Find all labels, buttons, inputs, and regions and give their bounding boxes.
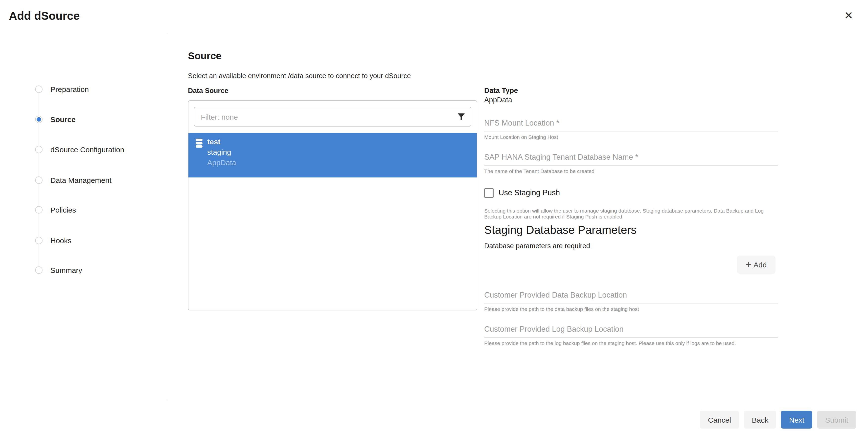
staging-db-params-subtext: Database parameters are required (484, 242, 590, 249)
nfs-mount-helper-text: Mount Location on Staging Host (484, 134, 558, 140)
data-source-listbox: test staging AppData (188, 100, 477, 310)
step-circle-icon (35, 206, 42, 213)
staging-push-note: Selecting this option will allow the use… (484, 208, 778, 220)
step-dsource-configuration[interactable]: dSource Configuration (35, 144, 124, 155)
step-summary[interactable]: Summary (35, 264, 82, 275)
step-circle-icon (35, 145, 42, 153)
input-underline (484, 131, 778, 132)
nfs-mount-location-input[interactable]: NFS Mount Location * (484, 119, 559, 128)
step-source[interactable]: Source (35, 114, 76, 125)
step-circle-active-icon (35, 115, 42, 123)
source-data-type: AppData (207, 157, 236, 168)
log-backup-helper-text: Please provide the path to the log backu… (484, 340, 736, 346)
back-button[interactable]: Back (744, 411, 776, 429)
use-staging-push-label: Use Staging Push (499, 188, 560, 197)
data-type-value: AppData (484, 96, 512, 104)
step-label: Hooks (51, 236, 71, 244)
wizard-steps-sidebar: Preparation Source dSource Configuration… (0, 33, 168, 401)
details-panel: Data Type AppData NFS Mount Location * M… (484, 33, 778, 401)
source-name: test (207, 136, 236, 147)
input-underline (484, 337, 778, 338)
filter-input[interactable] (194, 107, 471, 127)
add-dsource-dialog: Add dSource ✕ Preparation Source dSource… (0, 0, 868, 434)
footer-actions: Cancel Back Next Submit (700, 411, 856, 429)
step-policies[interactable]: Policies (35, 204, 76, 215)
source-environment: staging (207, 147, 236, 157)
add-button-label: Add (753, 261, 767, 269)
step-circle-icon (35, 176, 42, 183)
data-backup-helper-text: Please provide the path to the data back… (484, 306, 639, 312)
step-preparation[interactable]: Preparation (35, 84, 89, 94)
step-circle-icon (35, 85, 42, 93)
funnel-icon (458, 113, 465, 120)
submit-button[interactable]: Submit (817, 411, 856, 429)
database-icon (195, 138, 203, 148)
plus-icon: + (746, 259, 751, 269)
dialog-header: Add dSource ✕ (0, 0, 868, 32)
tenant-database-helper-text: The name of the Tenant Database to be cr… (484, 168, 594, 174)
data-source-label: Data Source (188, 87, 228, 94)
staging-db-params-heading: Staging Database Parameters (484, 224, 637, 237)
add-parameter-button[interactable]: + Add (737, 256, 776, 274)
cancel-button[interactable]: Cancel (700, 411, 739, 429)
step-label: Source (51, 115, 76, 123)
step-label: Policies (51, 205, 76, 214)
data-source-list-item-selected[interactable]: test staging AppData (188, 133, 477, 177)
use-staging-push-row: Use Staging Push (484, 188, 560, 198)
step-label: dSource Configuration (51, 145, 124, 154)
input-underline (484, 165, 778, 166)
use-staging-push-checkbox[interactable] (484, 188, 494, 198)
data-backup-location-input[interactable]: Customer Provided Data Backup Location (484, 291, 627, 300)
close-icon[interactable]: ✕ (842, 8, 855, 23)
step-circle-icon (35, 266, 42, 274)
data-type-label: Data Type (484, 87, 518, 94)
step-label: Summary (51, 266, 82, 274)
log-backup-location-input[interactable]: Customer Provided Log Backup Location (484, 325, 624, 334)
step-hooks[interactable]: Hooks (35, 235, 71, 246)
step-label: Preparation (51, 85, 89, 93)
step-circle-icon (35, 236, 42, 244)
input-underline (484, 303, 778, 303)
page-description: Select an available environment /data so… (188, 72, 411, 79)
step-data-management[interactable]: Data Management (35, 174, 112, 186)
next-button[interactable]: Next (781, 411, 812, 429)
tenant-database-name-input[interactable]: SAP HANA Staging Tenant Database Name * (484, 153, 638, 162)
dialog-title: Add dSource (9, 9, 80, 23)
list-item-text: test staging AppData (207, 136, 236, 168)
page-title: Source (188, 51, 222, 62)
step-label: Data Management (51, 176, 112, 184)
